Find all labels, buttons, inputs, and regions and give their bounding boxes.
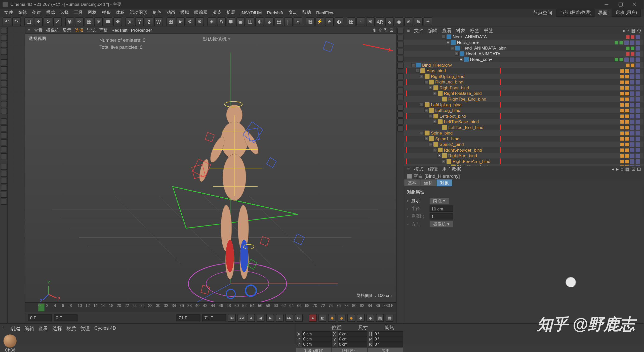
tag-icon[interactable] (636, 142, 640, 146)
coord-size[interactable] (338, 337, 367, 342)
attr-input[interactable] (430, 213, 453, 219)
visibility-dot[interactable] (620, 126, 624, 129)
tag-icon[interactable] (630, 74, 634, 78)
toolbar-button[interactable]: ⋮ (356, 17, 365, 26)
palette-tool[interactable] (19, 74, 24, 79)
tree-row[interactable]: -RightForeArm_bind (404, 158, 643, 164)
menu-RealFlow[interactable]: RealFlow (314, 10, 336, 16)
tag-icon[interactable] (630, 142, 634, 146)
menu-体积[interactable]: 体积 (114, 9, 126, 16)
obj-menu-书签[interactable]: 书签 (484, 27, 493, 34)
toolbar-button[interactable]: ▦ (85, 17, 93, 26)
visibility-dot[interactable] (620, 120, 624, 123)
palette-tool[interactable] (9, 154, 14, 159)
expand-toggle[interactable]: - (420, 103, 424, 107)
expand-toggle[interactable]: - (442, 159, 446, 163)
tag-icon[interactable] (630, 103, 634, 107)
menu-模拟[interactable]: 模拟 (179, 9, 191, 16)
palette-tool[interactable] (1, 192, 7, 198)
vp-menu-ProRender[interactable]: ProRender (131, 28, 152, 33)
menu-编辑[interactable]: 编辑 (17, 9, 29, 16)
toolbar-button[interactable]: ◫ (246, 17, 255, 26)
vp-menu-查看[interactable]: 查看 (34, 27, 43, 33)
palette-tool[interactable] (19, 56, 24, 61)
obj-menu-对象[interactable]: 对象 (456, 27, 465, 34)
mat-menu-编辑[interactable]: 编辑 (25, 325, 34, 332)
tree-row[interactable]: -Head_ANIMDATA (404, 51, 643, 57)
palette-tool[interactable] (14, 160, 19, 165)
visibility-dot[interactable] (615, 58, 618, 61)
play-back-button[interactable]: ◀ (257, 314, 264, 322)
end-frame[interactable] (202, 314, 226, 321)
palette-tool[interactable] (19, 139, 24, 144)
toolbar-button[interactable]: X (126, 17, 134, 26)
tag-icon[interactable] (630, 137, 634, 141)
toolbar-button[interactable]: ↷ (12, 17, 21, 26)
palette-tool[interactable] (9, 114, 14, 119)
attr-tab-坐标[interactable]: 坐标 (420, 180, 436, 187)
tag-icon[interactable] (636, 52, 640, 56)
palette-tool[interactable] (1, 133, 7, 139)
toolbar-button[interactable]: || (284, 17, 293, 26)
tag-icon[interactable] (636, 114, 640, 118)
coord-mode-button[interactable]: 对象 (相对) (296, 348, 331, 352)
toolbar-button[interactable]: ▦ (347, 17, 356, 26)
palette-tool[interactable] (9, 68, 14, 73)
toolbar-button[interactable]: ⊹ (75, 17, 84, 26)
palette-tool[interactable] (1, 66, 7, 72)
palette-tool[interactable] (1, 73, 7, 79)
tree-row[interactable]: RightToe_End_bind (404, 96, 643, 102)
tree-row[interactable]: -RightArm_bind (404, 153, 643, 159)
palette-tool[interactable] (9, 56, 14, 61)
toolbar-button[interactable]: ☀ (404, 17, 413, 26)
tree-row[interactable]: -Head_ANIMDATA_algn (404, 45, 643, 51)
visibility-dot[interactable] (626, 46, 630, 50)
palette-tool[interactable] (14, 166, 19, 172)
toolbar-button[interactable]: ✎ (217, 17, 226, 26)
visibility-dot[interactable] (620, 154, 624, 157)
palette-tool[interactable] (14, 133, 19, 138)
toolbar-button[interactable]: ◈ (255, 17, 264, 26)
expand-toggle[interactable]: + (446, 40, 450, 45)
visibility-dot[interactable] (620, 109, 624, 112)
toolbar-button[interactable]: ⊞ (366, 17, 375, 26)
palette-tool[interactable] (19, 108, 24, 113)
palette-tool[interactable] (14, 40, 19, 45)
palette-tool[interactable] (14, 62, 19, 67)
key-pos-button[interactable]: ◆ (328, 314, 336, 322)
tag-icon[interactable] (630, 69, 634, 73)
palette-tool[interactable] (14, 98, 19, 104)
menu-帮助[interactable]: 帮助 (300, 9, 312, 16)
palette-tool[interactable] (14, 56, 19, 61)
palette-tool[interactable] (19, 46, 24, 52)
palette-tool[interactable] (1, 49, 7, 55)
palette-tool[interactable] (1, 118, 7, 124)
palette-tool[interactable] (1, 178, 7, 184)
attr-dropdown[interactable]: 圆点 ▾ (430, 198, 449, 204)
toolbar-button[interactable]: Y (135, 17, 144, 26)
toolbar-button[interactable]: ⚡ (315, 17, 324, 26)
obj-menu-编辑[interactable]: 编辑 (428, 27, 438, 34)
expand-toggle[interactable]: - (420, 74, 424, 78)
palette-tool[interactable] (9, 46, 14, 52)
tag-icon[interactable] (630, 154, 634, 158)
coord-size[interactable] (338, 331, 367, 337)
tag-icon[interactable] (630, 165, 634, 166)
toolbar-button[interactable]: ✦ (424, 17, 432, 26)
palette-tool[interactable] (14, 86, 19, 92)
tree-row[interactable]: +Head_con+ (404, 57, 643, 62)
menu-文件[interactable]: 文件 (3, 9, 15, 16)
tag-icon[interactable] (636, 108, 640, 112)
tag-icon[interactable] (630, 148, 634, 152)
expand-toggle[interactable]: - (424, 137, 428, 141)
tag-icon[interactable] (630, 97, 634, 101)
palette-tool[interactable] (1, 153, 7, 159)
obj-menu-标签[interactable]: 标签 (470, 27, 479, 34)
expand-toggle[interactable]: - (429, 86, 433, 90)
visibility-dot[interactable] (620, 97, 624, 101)
palette-tool[interactable] (14, 46, 19, 52)
toolbar-button[interactable]: ○ (294, 17, 302, 26)
tree-row[interactable]: LeftToe_End_bind (404, 124, 643, 130)
visibility-dot[interactable] (620, 137, 624, 141)
attr-dropdown[interactable]: 摄像机 ▾ (430, 221, 453, 227)
